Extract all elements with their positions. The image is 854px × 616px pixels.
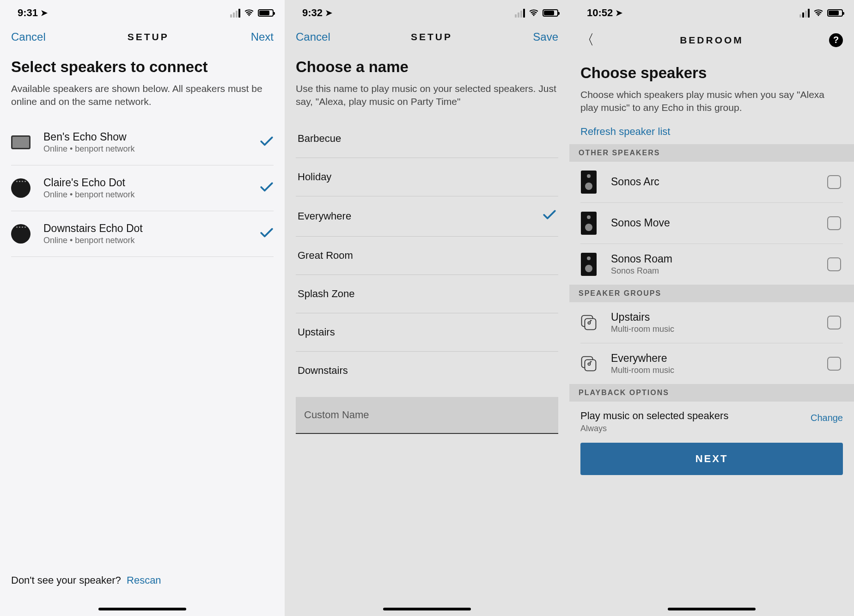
checkmark-icon xyxy=(543,209,556,223)
status-time-area: 9:31 ➤ xyxy=(18,7,48,19)
save-button[interactable]: Save xyxy=(533,30,558,43)
home-indicator[interactable] xyxy=(668,608,756,610)
location-icon: ➤ xyxy=(325,8,332,18)
page-subtitle: Choose which speakers play music when yo… xyxy=(580,88,843,115)
battery-icon xyxy=(827,9,843,17)
name-label: Downstairs xyxy=(298,365,348,377)
cancel-button[interactable]: Cancel xyxy=(296,30,330,43)
custom-name-input[interactable]: Custom Name xyxy=(296,397,558,434)
name-label: Everywhere xyxy=(298,210,351,222)
speaker-row[interactable]: Claire's Echo Dot Online • benport netwo… xyxy=(11,165,274,211)
name-option[interactable]: Downstairs xyxy=(296,352,558,390)
speaker-info: Claire's Echo Dot Online • benport netwo… xyxy=(43,177,260,200)
status-bar: 9:31 ➤ xyxy=(0,0,285,24)
sonos-speaker-icon xyxy=(580,252,597,276)
name-option[interactable]: Splash Zone xyxy=(296,275,558,313)
name-label: Great Room xyxy=(298,250,353,262)
wifi-icon xyxy=(813,7,824,19)
navbar-title: SETUP xyxy=(411,31,452,43)
status-icons xyxy=(799,7,843,19)
other-speakers-list: Sonos Arc Sonos Move Sonos Roam Sonos Ro… xyxy=(569,162,854,285)
content-area: Select speakers to connect Available spe… xyxy=(0,53,285,257)
speaker-group-row[interactable]: Everywhere Multi-room music xyxy=(580,343,843,384)
speaker-info: Upstairs Multi-room music xyxy=(611,311,827,334)
sonos-speaker-icon xyxy=(580,211,597,235)
speaker-info: Ben's Echo Show Online • benport network xyxy=(43,131,260,154)
home-indicator[interactable] xyxy=(98,608,186,610)
battery-icon xyxy=(543,9,558,17)
status-time: 9:32 xyxy=(302,7,323,19)
status-time-area: 10:52 ➤ xyxy=(587,7,622,19)
checkbox[interactable] xyxy=(827,257,841,271)
change-link[interactable]: Change xyxy=(811,413,843,423)
navbar-title: BEDROOM xyxy=(680,35,744,46)
checkbox[interactable] xyxy=(827,175,841,189)
name-option[interactable]: Everywhere xyxy=(296,196,558,237)
speaker-groups-list: Upstairs Multi-room music Everywhere Mul… xyxy=(569,302,854,384)
status-bar: 10:52 ➤ xyxy=(569,0,854,24)
section-header-playback-options: PLAYBACK OPTIONS xyxy=(569,384,854,402)
navbar: Cancel SETUP Next xyxy=(0,24,285,53)
name-option[interactable]: Great Room xyxy=(296,237,558,275)
speaker-sub: Sonos Roam xyxy=(611,266,827,276)
speaker-row[interactable]: Sonos Arc xyxy=(580,162,843,203)
group-sub: Multi-room music xyxy=(611,366,827,375)
location-icon: ➤ xyxy=(41,8,48,18)
content-area: Choose a name Use this name to play musi… xyxy=(285,53,569,434)
screen-select-speakers: 9:31 ➤ Cancel SETUP Next Select speakers… xyxy=(0,0,285,616)
navbar: Cancel SETUP Save xyxy=(285,24,569,53)
speaker-group-row[interactable]: Upstairs Multi-room music xyxy=(580,302,843,343)
name-option[interactable]: Barbecue xyxy=(296,120,558,158)
speaker-name: Sonos Move xyxy=(611,217,827,229)
help-button[interactable]: ? xyxy=(829,33,843,47)
rescan-prompt: Don't see your speaker? Rescan xyxy=(11,574,161,586)
playback-option-row: Play music on selected speakers Always C… xyxy=(580,402,843,441)
status-icons xyxy=(230,7,274,19)
playback-sub: Always xyxy=(580,424,728,433)
checkmark-icon xyxy=(260,227,274,240)
speaker-row[interactable]: Sonos Roam Sonos Roam xyxy=(580,244,843,285)
echo-show-icon xyxy=(11,133,30,152)
status-time: 10:52 xyxy=(587,7,613,19)
cancel-button[interactable]: Cancel xyxy=(11,30,46,43)
checkbox[interactable] xyxy=(827,316,841,329)
speaker-info: Sonos Move xyxy=(611,217,827,229)
checkmark-icon xyxy=(260,182,274,195)
name-option[interactable]: Upstairs xyxy=(296,313,558,352)
battery-icon xyxy=(258,9,274,17)
name-option[interactable]: Holiday xyxy=(296,158,558,196)
section-header-speaker-groups: SPEAKER GROUPS xyxy=(569,285,854,302)
location-icon: ➤ xyxy=(616,8,622,18)
group-name: Everywhere xyxy=(611,352,827,365)
speaker-name: Sonos Arc xyxy=(611,176,827,188)
refresh-speaker-list-link[interactable]: Refresh speaker list xyxy=(580,126,843,144)
checkbox[interactable] xyxy=(827,357,841,371)
status-bar: 9:32 ➤ xyxy=(285,0,569,24)
name-label: Barbecue xyxy=(298,133,341,145)
cellular-signal-icon xyxy=(515,9,525,18)
checkbox[interactable] xyxy=(827,216,841,230)
page-subtitle: Available speakers are shown below. All … xyxy=(11,82,274,109)
speaker-name: Sonos Roam xyxy=(611,253,827,265)
cellular-signal-icon xyxy=(799,9,810,18)
speaker-row[interactable]: Sonos Move xyxy=(580,203,843,244)
rescan-link[interactable]: Rescan xyxy=(127,574,161,586)
speaker-group-icon xyxy=(580,352,597,376)
speaker-row[interactable]: Downstairs Echo Dot Online • benport net… xyxy=(11,211,274,257)
back-button[interactable]: 〈 xyxy=(580,30,594,49)
speaker-name: Downstairs Echo Dot xyxy=(43,222,260,235)
screen-choose-name: 9:32 ➤ Cancel SETUP Save Choose a name U… xyxy=(285,0,569,616)
echo-dot-icon xyxy=(11,224,30,244)
next-button[interactable]: NEXT xyxy=(580,443,843,475)
checkmark-icon xyxy=(260,136,274,149)
speaker-row[interactable]: Ben's Echo Show Online • benport network xyxy=(11,120,274,165)
status-icons xyxy=(515,7,558,19)
next-button[interactable]: Next xyxy=(251,30,274,43)
navbar-title: SETUP xyxy=(128,31,169,43)
home-indicator[interactable] xyxy=(383,608,471,610)
speaker-name: Claire's Echo Dot xyxy=(43,177,260,189)
rescan-prompt-text: Don't see your speaker? xyxy=(11,574,121,586)
cellular-signal-icon xyxy=(230,9,240,18)
group-name: Upstairs xyxy=(611,311,827,323)
speaker-name: Ben's Echo Show xyxy=(43,131,260,143)
